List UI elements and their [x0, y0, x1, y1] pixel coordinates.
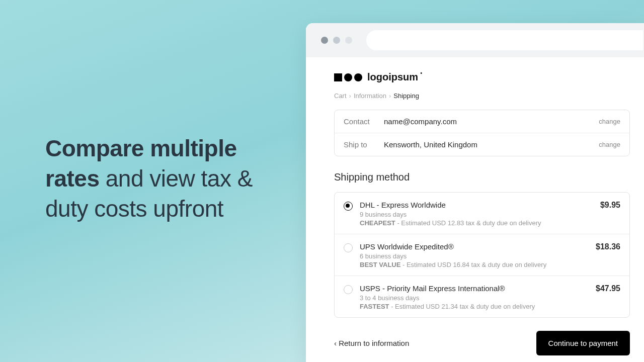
- browser-titlebar: [306, 23, 644, 57]
- review-box: Contact name@company.com change Ship to …: [334, 110, 630, 156]
- shipping-option[interactable]: UPS Worldwide Expedited®6 business daysB…: [335, 234, 629, 276]
- radio-icon[interactable]: [344, 202, 353, 211]
- continue-button[interactable]: Continue to payment: [536, 331, 630, 355]
- shipping-option[interactable]: USPS - Priority Mail Express Internation…: [335, 276, 629, 317]
- contact-label: Contact: [344, 117, 384, 126]
- close-dot-icon[interactable]: [321, 37, 328, 44]
- return-link[interactable]: ‹ Return to information: [334, 339, 409, 347]
- breadcrumb-information[interactable]: Information: [354, 92, 386, 100]
- breadcrumb-shipping: Shipping: [393, 92, 419, 100]
- shipping-name: UPS Worldwide Expedited®: [360, 242, 589, 251]
- store-logo[interactable]: logoipsum: [334, 71, 630, 83]
- shipping-options: DHL - Express Worldwide9 business daysCH…: [334, 192, 630, 318]
- shipping-name: USPS - Priority Mail Express Internation…: [360, 284, 589, 293]
- shipping-meta: BEST VALUE - Estimated USD 16.84 tax & d…: [360, 261, 589, 268]
- chevron-right-icon: ›: [389, 92, 391, 100]
- checkout-content: logoipsum Cart›Information›Shipping Cont…: [306, 57, 644, 362]
- contact-value: name@company.com: [384, 117, 599, 126]
- shipping-price: $18.36: [596, 242, 620, 268]
- shipping-name: DHL - Express Worldwide: [360, 201, 593, 209]
- shipping-method-title: Shipping method: [334, 171, 630, 183]
- shipto-row: Ship to Kensworth, United Kingdom change: [335, 133, 629, 156]
- shipto-label: Ship to: [344, 140, 384, 149]
- address-bar[interactable]: [366, 30, 643, 50]
- logo-text: logoipsum: [367, 71, 418, 83]
- marketing-headline: Compare multiple rates and view tax & du…: [45, 134, 297, 224]
- checkout-footer: ‹ Return to information Continue to paym…: [334, 331, 630, 355]
- shipping-info: DHL - Express Worldwide9 business daysCH…: [360, 201, 593, 227]
- browser-window: logoipsum Cart›Information›Shipping Cont…: [306, 23, 644, 362]
- logo-marks-icon: [334, 73, 362, 81]
- shipping-info: USPS - Priority Mail Express Internation…: [360, 284, 589, 310]
- radio-icon[interactable]: [344, 285, 353, 294]
- shipping-price: $47.95: [596, 284, 620, 310]
- shipping-time: 9 business days: [360, 211, 593, 218]
- return-label: Return to information: [339, 339, 409, 347]
- shipto-value: Kensworth, United Kingdom: [384, 140, 599, 149]
- change-contact-link[interactable]: change: [599, 118, 620, 125]
- shipping-time: 3 to 4 business days: [360, 294, 589, 302]
- shipping-meta: FASTEST - Estimated USD 21.34 tax & duty…: [360, 303, 589, 310]
- shipping-info: UPS Worldwide Expedited®6 business daysB…: [360, 242, 589, 268]
- shipping-meta: CHEAPEST - Estimated USD 12.83 tax & dut…: [360, 219, 593, 227]
- shipping-time: 6 business days: [360, 252, 589, 260]
- contact-row: Contact name@company.com change: [335, 110, 629, 133]
- radio-icon[interactable]: [344, 243, 353, 252]
- traffic-lights: [321, 37, 352, 44]
- change-shipto-link[interactable]: change: [599, 141, 620, 148]
- chevron-right-icon: ›: [349, 92, 351, 100]
- min-dot-icon[interactable]: [333, 37, 340, 44]
- shipping-price: $9.95: [600, 201, 620, 227]
- breadcrumb-cart[interactable]: Cart: [334, 92, 347, 100]
- breadcrumb: Cart›Information›Shipping: [334, 92, 630, 100]
- shipping-option[interactable]: DHL - Express Worldwide9 business daysCH…: [335, 193, 629, 234]
- max-dot-icon[interactable]: [345, 37, 352, 44]
